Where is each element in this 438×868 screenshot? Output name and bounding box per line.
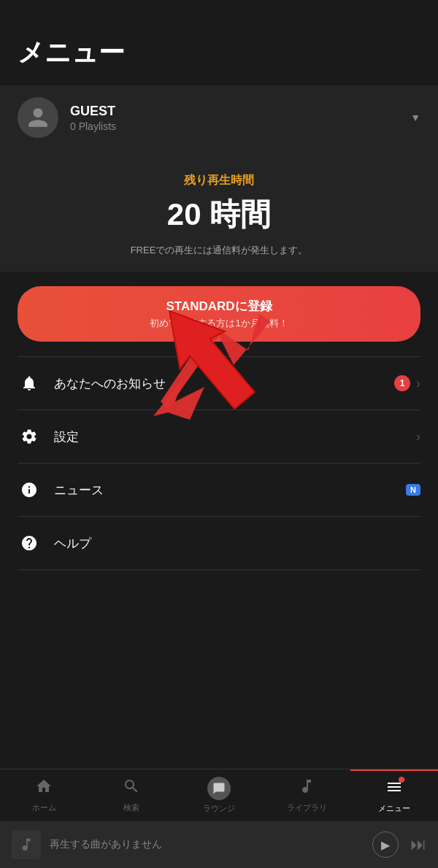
lounge-icon <box>207 777 231 800</box>
player-controls: ▶ ⏭ <box>372 831 426 858</box>
settings-right: › <box>410 429 420 445</box>
play-button[interactable]: ▶ <box>372 831 399 858</box>
home-icon <box>35 777 53 799</box>
settings-label: 設定 <box>54 429 410 445</box>
user-section[interactable]: GUEST 0 Playlists ▼ <box>0 85 438 150</box>
nav-label-library: ライブラリ <box>287 802 327 813</box>
user-info: GUEST 0 Playlists <box>70 104 410 132</box>
nav-item-lounge[interactable]: ラウンジ <box>175 769 263 821</box>
nav-label-home: ホーム <box>32 802 56 813</box>
news-label: ニュース <box>54 482 400 499</box>
user-playlists: 0 Playlists <box>70 120 410 132</box>
notifications-chevron: › <box>416 376 420 391</box>
settings-chevron: › <box>416 429 420 445</box>
register-button[interactable]: STANDARDに登録 初めて登録する方は1か月無料！ <box>18 286 420 342</box>
nav-label-menu: メニュー <box>378 803 410 814</box>
question-icon <box>18 531 41 555</box>
bottom-nav: ホーム 検索 ラウンジ ライブラリ <box>0 769 438 821</box>
menu-item-notifications[interactable]: あなたへのお知らせ 1 › <box>0 357 438 410</box>
player-bar: 再生する曲がありません ▶ ⏭ <box>0 821 438 868</box>
chevron-down-icon: ▼ <box>410 112 420 123</box>
next-button[interactable]: ⏭ <box>410 835 426 854</box>
menu-item-news[interactable]: ニュース N <box>0 464 438 516</box>
nav-item-home[interactable]: ホーム <box>0 769 88 821</box>
menu-icon <box>385 778 403 800</box>
person-icon <box>26 106 50 129</box>
info-icon <box>18 478 41 502</box>
page-title: メニュー <box>0 0 438 85</box>
time-label: 残り再生時間 <box>18 173 420 188</box>
notifications-right: 1 › <box>388 375 420 391</box>
gear-icon <box>18 425 41 448</box>
register-button-title: STANDARDに登録 <box>35 298 403 315</box>
nav-label-lounge: ラウンジ <box>203 803 235 814</box>
user-name: GUEST <box>70 104 410 119</box>
nav-label-search: 検索 <box>123 802 139 813</box>
nav-item-library[interactable]: ライブラリ <box>263 769 350 821</box>
notifications-label: あなたへのお知らせ <box>54 375 388 392</box>
divider-5 <box>18 569 420 570</box>
time-note: FREEでの再生には通信料が発生します。 <box>18 244 420 257</box>
library-icon <box>298 777 315 799</box>
menu-item-help[interactable]: ヘルプ <box>0 517 438 569</box>
time-value: 20 時間 <box>18 194 420 235</box>
help-label: ヘルプ <box>54 535 420 552</box>
time-section: 残り再生時間 20 時間 FREEでの再生には通信料が発生します。 <box>0 150 438 272</box>
avatar <box>18 97 58 138</box>
menu-item-settings[interactable]: 設定 › <box>0 410 438 463</box>
bell-icon <box>18 372 41 395</box>
nav-item-menu[interactable]: メニュー <box>350 769 438 821</box>
player-album-icon <box>12 830 41 859</box>
menu-badge-dot <box>399 777 404 783</box>
nav-item-search[interactable]: 検索 <box>88 769 175 821</box>
register-button-subtitle: 初めて登録する方は1か月無料！ <box>35 317 403 330</box>
menu-list: あなたへのお知らせ 1 › 設定 › ニュース N <box>0 357 438 570</box>
player-text: 再生する曲がありません <box>50 838 372 851</box>
news-right: N <box>400 484 420 496</box>
notifications-badge: 1 <box>394 375 410 391</box>
search-icon <box>123 777 140 799</box>
news-badge: N <box>406 484 420 496</box>
